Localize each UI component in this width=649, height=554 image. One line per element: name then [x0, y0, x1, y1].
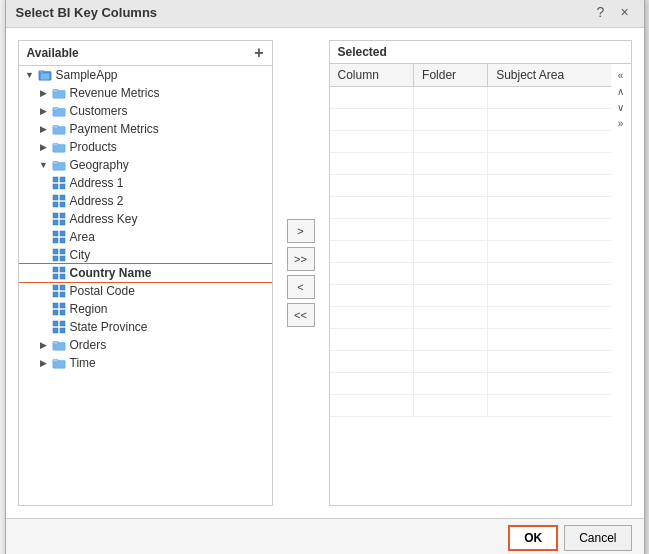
svg-rect-18	[53, 195, 58, 200]
column-header-subject-area: Subject Area	[488, 64, 611, 87]
tree-item-address1[interactable]: Address 1	[19, 174, 272, 192]
city-label: City	[70, 248, 91, 262]
table-row	[330, 351, 611, 373]
svg-rect-53	[52, 360, 57, 363]
geography-folder-icon	[51, 158, 67, 172]
tree-item-city[interactable]: City	[19, 246, 272, 264]
svg-rect-23	[60, 213, 65, 218]
table-row	[330, 285, 611, 307]
orders-label: Orders	[70, 338, 107, 352]
tree-item-customers[interactable]: ▶ Customers	[19, 102, 272, 120]
tree-item-state-province[interactable]: State Province	[19, 318, 272, 336]
payment-metrics-folder-icon	[51, 122, 67, 136]
svg-rect-45	[60, 310, 65, 315]
move-left-button[interactable]: <	[287, 275, 315, 299]
customers-arrow: ▶	[37, 104, 51, 118]
help-icon[interactable]: ?	[592, 3, 610, 21]
orders-folder-icon	[51, 338, 67, 352]
address2-label: Address 2	[70, 194, 124, 208]
sampleapp-label: SampleApp	[56, 68, 118, 82]
customers-label: Customers	[70, 104, 128, 118]
svg-rect-31	[60, 249, 65, 254]
selected-panel: Selected Column Folder Subject Area	[329, 40, 632, 506]
svg-rect-6	[52, 108, 57, 111]
region-icon	[51, 302, 67, 316]
tree-item-geography[interactable]: ▼ Geography	[19, 156, 272, 174]
state-province-icon	[51, 320, 67, 334]
svg-rect-34	[53, 267, 58, 272]
svg-rect-30	[53, 249, 58, 254]
svg-rect-8	[52, 126, 57, 129]
table-row	[330, 109, 611, 131]
svg-rect-2	[40, 73, 49, 79]
svg-rect-10	[52, 144, 57, 147]
geography-label: Geography	[70, 158, 129, 172]
svg-rect-36	[53, 274, 58, 279]
move-right-button[interactable]: >	[287, 219, 315, 243]
svg-rect-20	[53, 202, 58, 207]
cancel-button[interactable]: Cancel	[564, 525, 631, 551]
close-icon[interactable]: ×	[616, 3, 634, 21]
country-name-icon	[51, 266, 67, 280]
payment-metrics-label: Payment Metrics	[70, 122, 159, 136]
tree-item-country-name[interactable]: Country Name	[19, 264, 272, 282]
address-key-label: Address Key	[70, 212, 138, 226]
table-row	[330, 87, 611, 109]
sort-first-icon[interactable]: «	[613, 68, 629, 82]
time-label: Time	[70, 356, 96, 370]
postal-code-icon	[51, 284, 67, 298]
svg-rect-4	[52, 90, 57, 93]
select-bi-key-columns-dialog: Select BI Key Columns ? × Available + ▼	[5, 0, 645, 554]
svg-rect-32	[53, 256, 58, 261]
available-panel: Available + ▼ SampleApp	[18, 40, 273, 506]
tree-container: ▼ SampleApp ▶	[19, 66, 272, 505]
svg-rect-29	[60, 238, 65, 243]
svg-rect-42	[53, 303, 58, 308]
tree-item-region[interactable]: Region	[19, 300, 272, 318]
tree-item-orders[interactable]: ▶ Orders	[19, 336, 272, 354]
tree-item-payment-metrics[interactable]: ▶ Payment Metrics	[19, 120, 272, 138]
city-icon	[51, 248, 67, 262]
svg-rect-28	[53, 238, 58, 243]
tree-item-time[interactable]: ▶ Time	[19, 354, 272, 372]
address1-label: Address 1	[70, 176, 124, 190]
dialog-body: Available + ▼ SampleApp	[6, 28, 644, 518]
sampleapp-icon	[37, 68, 53, 82]
postal-code-label: Postal Code	[70, 284, 135, 298]
add-button[interactable]: +	[254, 45, 263, 61]
address2-icon	[51, 194, 67, 208]
tree-item-address-key[interactable]: Address Key	[19, 210, 272, 228]
tree-item-products[interactable]: ▶ Products	[19, 138, 272, 156]
table-row	[330, 395, 611, 417]
svg-rect-46	[53, 321, 58, 326]
tree-item-sampleapp[interactable]: ▼ SampleApp	[19, 66, 272, 84]
tree-item-revenue-metrics[interactable]: ▶ Revenue Metrics	[19, 84, 272, 102]
svg-rect-15	[60, 177, 65, 182]
titlebar-icons: ? ×	[592, 3, 634, 21]
svg-rect-22	[53, 213, 58, 218]
tree-item-address2[interactable]: Address 2	[19, 192, 272, 210]
move-all-right-button[interactable]: >>	[287, 247, 315, 271]
selected-table-wrap: Column Folder Subject Area	[330, 64, 611, 505]
table-row	[330, 131, 611, 153]
sort-down-icon[interactable]: ∨	[613, 100, 629, 114]
svg-rect-1	[38, 71, 43, 74]
svg-rect-24	[53, 220, 58, 225]
tree-item-postal-code[interactable]: Postal Code	[19, 282, 272, 300]
time-folder-icon	[51, 356, 67, 370]
state-province-label: State Province	[70, 320, 148, 334]
svg-rect-17	[60, 184, 65, 189]
tree-item-area[interactable]: Area	[19, 228, 272, 246]
revenue-metrics-label: Revenue Metrics	[70, 86, 160, 100]
country-name-label: Country Name	[70, 266, 152, 280]
sort-up-icon[interactable]: ∧	[613, 84, 629, 98]
sort-last-icon[interactable]: »	[613, 116, 629, 130]
svg-rect-40	[53, 292, 58, 297]
svg-rect-16	[53, 184, 58, 189]
ok-button[interactable]: OK	[508, 525, 558, 551]
move-all-left-button[interactable]: <<	[287, 303, 315, 327]
products-label: Products	[70, 140, 117, 154]
svg-rect-41	[60, 292, 65, 297]
svg-rect-14	[53, 177, 58, 182]
column-header-column: Column	[330, 64, 414, 87]
